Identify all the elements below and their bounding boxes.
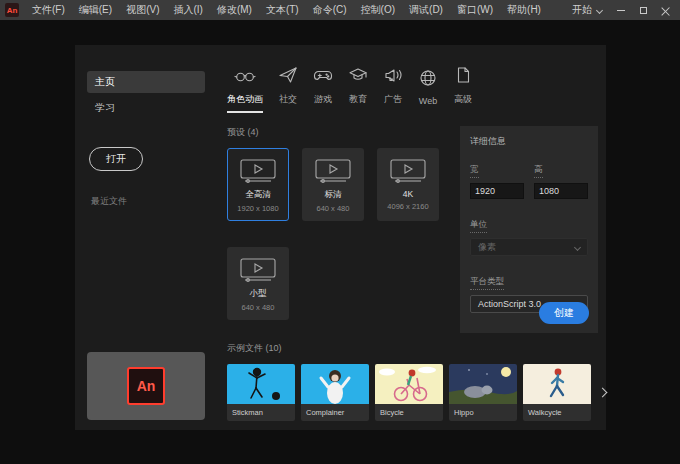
menu-bar: An 文件(F) 编辑(E) 视图(V) 插入(I) 修改(M) 文本(T) 命… xyxy=(0,0,680,20)
walkcycle-thumbnail xyxy=(523,364,591,404)
preset-standard[interactable]: 标清 640 x 480 xyxy=(302,148,364,221)
hippo-thumbnail xyxy=(449,364,517,404)
gamepad-icon xyxy=(313,65,333,89)
tab-advanced[interactable]: 高级 xyxy=(453,65,473,113)
platform-label: 平台类型 xyxy=(470,276,504,290)
tab-education[interactable]: 教育 xyxy=(348,65,368,113)
close-button[interactable] xyxy=(654,1,676,19)
sample-files-section: 示例文件 (10) Stickman xyxy=(227,342,598,421)
sample-complainer[interactable]: Complainer xyxy=(301,364,369,421)
preset-dims: 4096 x 2160 xyxy=(387,202,428,211)
menu-commands[interactable]: 命令(C) xyxy=(306,1,354,19)
graduation-cap-icon xyxy=(348,65,368,89)
preset-doc-icon xyxy=(239,159,277,183)
menu-window[interactable]: 窗口(W) xyxy=(450,1,500,19)
workspace-switcher[interactable]: 开始 xyxy=(564,1,610,19)
details-panel: 详细信息 宽 高 单位 像素 xyxy=(460,126,598,333)
menu-help[interactable]: 帮助(H) xyxy=(500,1,548,19)
width-label: 宽 xyxy=(470,164,479,178)
stickman-thumbnail xyxy=(227,364,295,404)
tab-game[interactable]: 游戏 xyxy=(313,65,333,113)
workspace-label: 开始 xyxy=(572,3,592,17)
details-header: 详细信息 xyxy=(470,135,588,148)
menu-control[interactable]: 控制(O) xyxy=(354,1,402,19)
sample-bicycle[interactable]: Bicycle xyxy=(375,364,443,421)
menu-file[interactable]: 文件(F) xyxy=(25,1,72,19)
animate-logo-card: An xyxy=(87,352,205,420)
sample-label: Complainer xyxy=(301,404,369,421)
tab-label: Web xyxy=(419,96,437,106)
tab-ads[interactable]: 广告 xyxy=(383,65,403,113)
main-content: 角色动画 社交 游戏 xyxy=(215,45,606,430)
height-input[interactable] xyxy=(534,183,588,199)
tab-label: 角色动画 xyxy=(227,93,263,106)
units-field-group: 单位 像素 xyxy=(470,213,588,256)
globe-icon xyxy=(418,68,438,92)
tab-label: 广告 xyxy=(384,93,402,106)
open-button[interactable]: 打开 xyxy=(89,147,143,171)
presets-section: 预设 (4) 全高清 1920 x 1080 标清 640 x 480 xyxy=(227,126,460,333)
maximize-button[interactable] xyxy=(632,1,654,19)
sidebar: 主页 学习 打开 最近文件 An xyxy=(75,45,215,430)
sample-label: Stickman xyxy=(227,404,295,421)
complainer-thumbnail xyxy=(301,364,369,404)
preset-dims: 640 x 480 xyxy=(242,303,275,312)
menu-modify[interactable]: 修改(M) xyxy=(210,1,259,19)
sample-stickman[interactable]: Stickman xyxy=(227,364,295,421)
paper-plane-icon xyxy=(278,65,298,89)
chevron-down-icon xyxy=(574,243,581,250)
bicycle-thumbnail xyxy=(375,364,443,404)
preset-name: 标清 xyxy=(325,189,342,201)
preset-doc-icon xyxy=(239,258,277,282)
sidebar-item-learn[interactable]: 学习 xyxy=(87,97,205,119)
menu-view[interactable]: 视图(V) xyxy=(119,1,166,19)
units-value: 像素 xyxy=(478,241,496,254)
sample-walkcycle[interactable]: Walkcycle xyxy=(523,364,591,421)
tab-web[interactable]: Web xyxy=(418,68,438,113)
preset-small[interactable]: 小型 640 x 480 xyxy=(227,247,289,320)
sample-files-row: Stickman Complainer xyxy=(227,364,598,421)
units-label: 单位 xyxy=(470,219,487,233)
tab-label: 游戏 xyxy=(314,93,332,106)
tab-label: 教育 xyxy=(349,93,367,106)
preset-dims: 1920 x 1080 xyxy=(237,204,278,213)
platform-value: ActionScript 3.0 xyxy=(478,299,541,309)
animate-logo: An xyxy=(127,367,165,405)
width-input[interactable] xyxy=(470,183,524,199)
menu-text[interactable]: 文本(T) xyxy=(259,1,306,19)
preset-full-hd[interactable]: 全高清 1920 x 1080 xyxy=(227,148,289,221)
preset-dims: 640 x 480 xyxy=(317,204,350,213)
maximize-icon xyxy=(640,7,647,14)
sample-label: Walkcycle xyxy=(523,404,591,421)
menu-insert[interactable]: 插入(I) xyxy=(166,1,209,19)
menu-debug[interactable]: 调试(D) xyxy=(402,1,450,19)
width-field-group: 宽 xyxy=(470,158,524,199)
create-button[interactable]: 创建 xyxy=(539,302,589,324)
sample-hippo[interactable]: Hippo xyxy=(449,364,517,421)
chevron-down-icon xyxy=(596,6,603,13)
sidebar-item-home[interactable]: 主页 xyxy=(87,71,205,93)
document-icon xyxy=(453,65,473,89)
height-field-group: 高 xyxy=(534,158,588,199)
animate-app-icon: An xyxy=(5,3,19,17)
megaphone-icon xyxy=(383,65,403,89)
preset-name: 小型 xyxy=(250,288,267,300)
height-label: 高 xyxy=(534,164,543,178)
preset-name: 全高清 xyxy=(245,189,271,201)
minimize-icon xyxy=(617,10,625,11)
units-dropdown: 像素 xyxy=(470,238,588,256)
recent-files-label: 最近文件 xyxy=(91,195,205,208)
tab-social[interactable]: 社交 xyxy=(278,65,298,113)
sample-files-header: 示例文件 (10) xyxy=(227,342,598,355)
preset-4k[interactable]: 4K 4096 x 2160 xyxy=(377,148,439,221)
tab-character-animation[interactable]: 角色动画 xyxy=(227,65,263,113)
animate-app-window: An 文件(F) 编辑(E) 视图(V) 插入(I) 修改(M) 文本(T) 命… xyxy=(0,0,680,464)
content-row: 预设 (4) 全高清 1920 x 1080 标清 640 x 480 xyxy=(227,126,598,333)
preset-doc-icon xyxy=(314,159,352,183)
minimize-button[interactable] xyxy=(610,1,632,19)
scroll-right-icon[interactable] xyxy=(598,388,608,398)
tab-label: 社交 xyxy=(279,93,297,106)
menu-edit[interactable]: 编辑(E) xyxy=(72,1,119,19)
preset-name: 4K xyxy=(403,189,413,199)
character-animation-icon xyxy=(234,65,256,89)
